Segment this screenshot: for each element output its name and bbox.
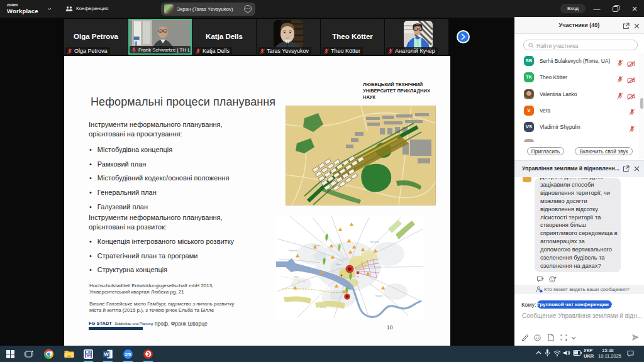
svg-text:Norderstedt: Norderstedt — [289, 250, 297, 252]
svg-text:Bergedorf: Bergedorf — [375, 295, 383, 297]
svg-text:Altona: Altona — [336, 263, 341, 266]
svg-text:Ahrensburg: Ahrensburg — [370, 241, 379, 243]
svg-text:Wedel: Wedel — [294, 276, 299, 278]
svg-text:zm: zm — [125, 352, 131, 356]
svg-text:Quickborn: Quickborn — [313, 244, 320, 247]
svg-text:HH: HH — [357, 276, 359, 278]
svg-text:W: W — [104, 351, 109, 357]
svg-text:Harburg: Harburg — [320, 306, 326, 309]
